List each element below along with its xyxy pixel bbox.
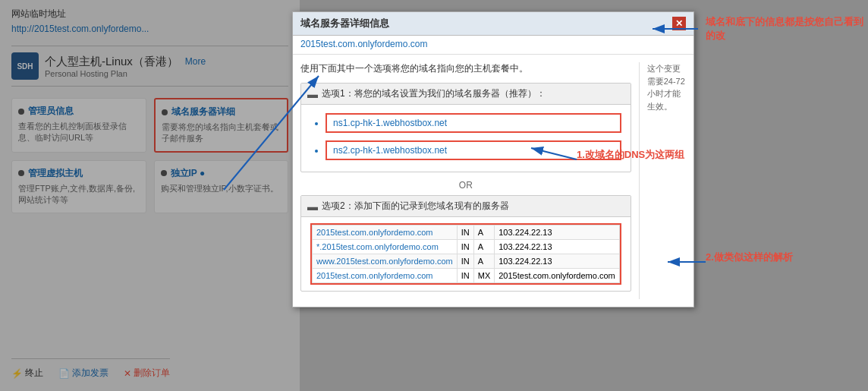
modal-dialog: 域名服务器详细信息 ✕ 2015test.com.onlyfordemo.com…: [292, 11, 694, 307]
dns-host-cell: *.2015test.com.onlyfordemo.com: [313, 240, 458, 254]
option2-header: ▬ 选项2：添加下面的记录到您域名现有的服务器: [301, 196, 631, 217]
modal-main-content: 使用下面其中一个选项将您的域名指向您的主机套餐中。 ▬ 选项1：将您的域名设置为…: [300, 62, 631, 299]
or-divider: OR: [300, 180, 631, 191]
dns-table-row: *.2015test.com.onlyfordemo.com IN A 103.…: [313, 240, 620, 254]
ns-list: ns1.cp-hk-1.webhostbox.net ns2.cp-hk-1.w…: [310, 111, 621, 166]
modal-sidebar: 这个变更需要24-72小时才能生效。: [639, 62, 686, 299]
dns-class-cell: IN: [457, 240, 473, 254]
option1-toggle-icon[interactable]: ▬: [307, 88, 318, 100]
dns-host-cell: 2015test.com.onlyfordemo.com: [313, 225, 458, 240]
dns-table-row: www.2015test.com.onlyfordemo.com IN A 10…: [313, 254, 620, 269]
modal-subtitle: 2015test.com.onlyfordemo.com: [293, 36, 693, 55]
option2-section: ▬ 选项2：添加下面的记录到您域名现有的服务器 2015test.com.onl…: [300, 195, 631, 292]
option1-header: ▬ 选项1：将您的域名设置为我们的域名服务器（推荐）：: [301, 84, 631, 105]
modal-close-button[interactable]: ✕: [672, 17, 686, 30]
option1-body: ns1.cp-hk-1.webhostbox.net ns2.cp-hk-1.w…: [301, 105, 631, 172]
dns-class-cell: IN: [457, 269, 473, 283]
dns-type-cell: A: [473, 240, 495, 254]
dns-records-table: 2015test.com.onlyfordemo.com IN A 103.22…: [312, 225, 620, 283]
dns-type-cell: A: [473, 254, 495, 269]
dns-value-cell: 103.224.22.13: [495, 240, 619, 254]
dns-table-row: 2015test.com.onlyfordemo.com IN MX 2015t…: [313, 269, 620, 283]
dns-table-row: 2015test.com.onlyfordemo.com IN A 103.22…: [313, 225, 620, 240]
dns-host-cell: www.2015test.com.onlyfordemo.com: [313, 254, 458, 269]
dns-type-cell: MX: [473, 269, 495, 283]
modal-title: 域名服务器详细信息: [300, 17, 389, 30]
dns-type-cell: A: [473, 225, 495, 240]
dns-table-wrapper: 2015test.com.onlyfordemo.com IN A 103.22…: [310, 223, 621, 285]
dns-value-cell: 2015test.com.onlyfordemo.com: [495, 269, 619, 283]
dns-class-cell: IN: [457, 254, 473, 269]
dns-class-cell: IN: [457, 225, 473, 240]
ns-record-1: ns1.cp-hk-1.webhostbox.net: [326, 111, 621, 138]
option2-body: 2015test.com.onlyfordemo.com IN A 103.22…: [301, 217, 631, 291]
dns-value-cell: 103.224.22.13: [495, 254, 619, 269]
ns-box-1: ns1.cp-hk-1.webhostbox.net: [326, 113, 621, 133]
ns-record-2: ns2.cp-hk-1.webhostbox.net: [326, 138, 621, 166]
dns-value-cell: 103.224.22.13: [495, 225, 619, 240]
ns-box-2: ns2.cp-hk-1.webhostbox.net: [326, 140, 621, 160]
option2-toggle-icon[interactable]: ▬: [307, 200, 318, 213]
option1-section: ▬ 选项1：将您的域名设置为我们的域名服务器（推荐）： ns1.cp-hk-1.…: [300, 83, 631, 172]
modal-titlebar: 域名服务器详细信息 ✕: [293, 12, 693, 36]
modal-body: 使用下面其中一个选项将您的域名指向您的主机套餐中。 ▬ 选项1：将您的域名设置为…: [293, 55, 693, 307]
dns-host-cell: 2015test.com.onlyfordemo.com: [313, 269, 458, 283]
modal-intro: 使用下面其中一个选项将您的域名指向您的主机套餐中。: [300, 62, 631, 75]
